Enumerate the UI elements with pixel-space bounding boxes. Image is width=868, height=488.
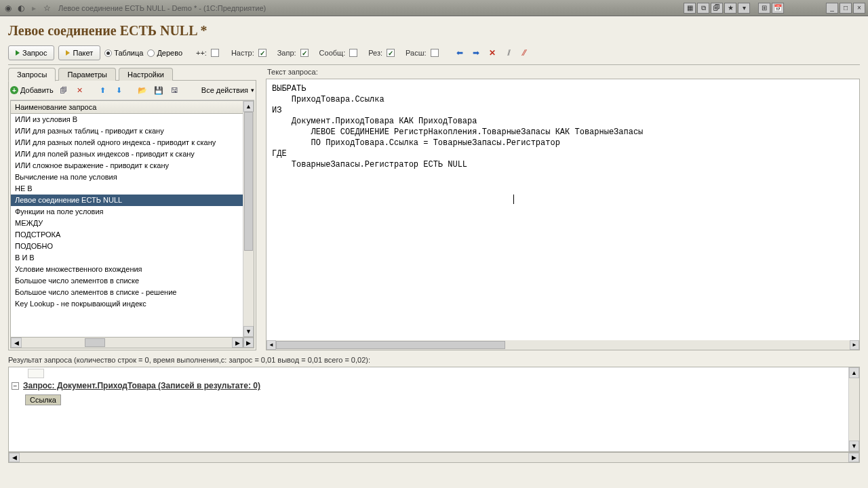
maximize-button[interactable]: □ [840,3,852,14]
list-item[interactable]: В И В [11,252,243,264]
move-down-icon[interactable]: ⬇ [113,84,125,96]
list-item[interactable]: ИЛИ для разных полей одного индекса - пр… [11,137,243,148]
copy-icon[interactable]: 🗐 [58,84,70,96]
soob-checkbox[interactable] [349,49,357,57]
result-vscroll[interactable]: ▲ ▼ [848,367,859,451]
res-scroll-up-icon[interactable]: ▲ [849,367,859,378]
ed-scroll-right-icon[interactable]: ▶ [850,340,859,350]
query-text: ВЫБРАТЬ ПриходТовара.Ссылка ИЗ Документ.… [272,84,643,169]
plusplus-label: ++: [196,49,207,57]
scroll-down-icon[interactable]: ▼ [243,326,254,337]
run-batch-button[interactable]: Пакет [58,45,100,60]
page-title: Левое соединение ЕСТЬ NULL * [8,23,860,39]
plusplus-checkbox[interactable] [211,49,219,57]
list-item[interactable]: ИЛИ из условия В [11,114,243,125]
tb-btn-3[interactable]: 🗐 [711,3,723,14]
list-toolbar: +Добавить 🗐 ✕ ⬆ ⬇ 📂 💾 🖫 Все действия [10,82,254,100]
query-editor[interactable]: ВЫБРАТЬ ПриходТовара.Ссылка ИЗ Документ.… [266,79,860,350]
zapr-checkbox[interactable] [300,49,309,57]
delete-icon[interactable]: ✕ [486,47,498,59]
calc-icon[interactable]: ⊞ [758,3,770,14]
nastr-checkbox[interactable] [258,49,267,57]
tb-btn-1[interactable]: ▦ [684,3,696,14]
tb-btn-5[interactable]: ▾ [738,3,750,14]
rez-checkbox[interactable] [387,49,395,57]
save-icon[interactable]: 💾 [153,84,165,96]
scroll-right-icon[interactable]: ▶ [232,338,243,348]
view-table-radio[interactable]: Таблица [104,49,143,57]
nastr-label: Настр: [231,49,254,57]
tab-queries[interactable]: Запросы [8,68,56,81]
zapr-label: Запр: [277,49,296,57]
result-heading[interactable]: Запрос: Документ.ПриходТовара (Записей в… [23,381,260,390]
res-scroll-left-icon[interactable]: ◀ [9,453,20,462]
tb-btn-2[interactable]: ⧉ [697,3,709,14]
list-item[interactable]: НЕ В [11,183,243,195]
right-pane: Текст запроса: ВЫБРАТЬ ПриходТовара.Ссыл… [266,68,860,350]
list-item[interactable]: Левое соединение ЕСТЬ NULL [11,195,243,206]
list-item[interactable]: Большое число элементов в списке [11,275,243,287]
editor-hscroll[interactable]: ◀ ▶ [267,340,859,350]
radio-dot-on-icon [104,49,112,57]
tab-settings[interactable]: Настройки [119,68,173,81]
prev-icon[interactable]: ⬅ [454,47,466,59]
query-list: Наименование запроса ИЛИ из условия ВИЛИ… [10,100,254,338]
play-icon [16,50,20,56]
list-item[interactable]: ПОДОБНО [11,241,243,252]
view-tree-radio[interactable]: Дерево [147,49,182,57]
ed-hscroll-thumb[interactable] [276,341,505,349]
close-button[interactable]: × [853,3,865,14]
uncomment-icon[interactable]: ⁄⁄ [519,47,531,59]
calendar-icon[interactable]: 📅 [772,3,784,14]
all-actions-menu[interactable]: Все действия [201,86,254,94]
app-icon: ◉ [3,3,14,14]
list-item[interactable]: Большое число элементов в списке - решен… [11,287,243,298]
result-hscroll[interactable]: ◀ ▶ [8,452,860,463]
list-item[interactable]: МЕЖДУ [11,218,243,229]
res-scroll-down-icon[interactable]: ▼ [849,441,859,451]
comment-icon[interactable]: // [502,47,515,59]
rash-checkbox[interactable] [431,49,439,57]
list-vscroll[interactable]: ▲ ▼ [243,101,254,337]
list-item[interactable]: Вычисление на поле условия [11,171,243,183]
result-panel: − Запрос: Документ.ПриходТовара (Записей… [8,367,860,452]
back-icon[interactable]: ◐ [16,3,26,14]
scroll-up-icon[interactable]: ▲ [243,101,254,112]
ed-scroll-left-icon[interactable]: ◀ [267,340,276,350]
scroll-end-icon[interactable]: ▶ [243,338,254,348]
move-up-icon[interactable]: ⬆ [97,84,109,96]
list-header[interactable]: Наименование запроса [11,101,243,114]
run-query-label: Запрос [22,49,47,57]
list-hscroll[interactable]: ◀ ▶ ▶ [10,338,254,348]
run-query-button[interactable]: Запрос [8,45,54,60]
collapse-icon[interactable]: − [12,382,19,390]
remove-icon[interactable]: ✕ [74,84,86,96]
saveall-icon[interactable]: 🖫 [169,84,181,96]
main-toolbar: Запрос Пакет Таблица Дерево ++: Настр: З… [8,45,860,60]
res-scroll-right-icon[interactable]: ▶ [848,453,859,462]
fwd-icon[interactable]: ▸ [28,3,39,14]
list-item[interactable]: ИЛИ для полей разных индексов - приводит… [11,148,243,160]
list-item[interactable]: ПОДСТРОКА [11,229,243,241]
list-item[interactable]: ИЛИ сложное выражение - приводит к скану [11,160,243,171]
list-item[interactable]: Функции на поле условия [11,206,243,218]
result-column-header[interactable]: Ссылка [25,394,61,405]
rez-label: Рез: [368,49,382,57]
scroll-left-icon[interactable]: ◀ [11,338,22,348]
hscroll-thumb[interactable] [85,338,105,347]
window-titlebar: ◉ ◐ ▸ ☆ Левое соединение ЕСТЬ NULL - Dem… [0,0,868,16]
list-item[interactable]: Условие множественного вхождения [11,264,243,275]
tb-btn-4[interactable]: ★ [724,3,736,14]
star-icon[interactable]: ☆ [41,3,52,14]
list-item[interactable]: Key Lookup - не покрывающий индекс [11,298,243,310]
minimize-button[interactable]: _ [826,3,838,14]
editor-label: Текст запроса: [267,68,860,76]
add-button[interactable]: +Добавить [10,86,54,94]
scroll-thumb[interactable] [244,112,253,251]
list-item[interactable]: ИЛИ для разных таблиц - приводит к скану [11,125,243,137]
next-icon[interactable]: ➡ [470,47,482,59]
tab-params[interactable]: Параметры [58,68,116,81]
plus-icon: + [10,86,18,94]
load-icon[interactable]: 📂 [136,84,149,96]
add-label: Добавить [20,86,54,94]
